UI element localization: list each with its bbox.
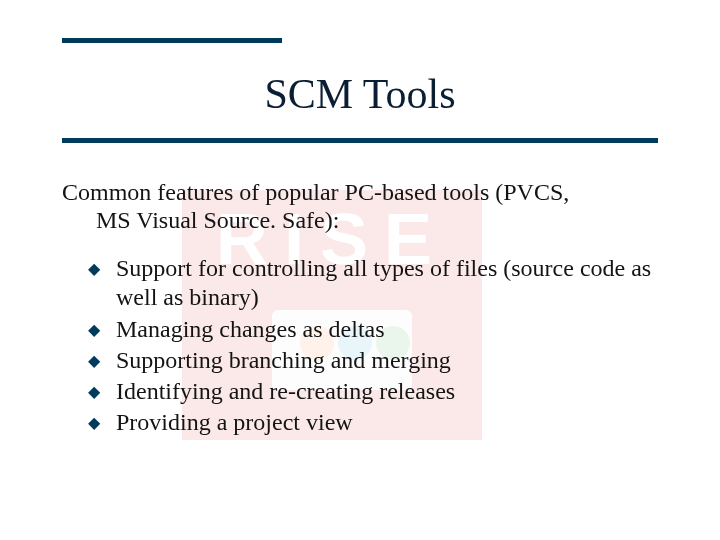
bullet-text: Providing a project view [116,408,658,437]
list-item: ◆ Support for controlling all types of f… [88,254,658,313]
bullet-text: Managing changes as deltas [116,315,658,344]
diamond-bullet-icon: ◆ [88,408,116,433]
list-item: ◆ Identifying and re-creating releases [88,377,658,406]
bullet-text: Supporting branching and merging [116,346,658,375]
diamond-bullet-icon: ◆ [88,346,116,371]
slide-title: SCM Tools [0,70,720,118]
bullet-text: Support for controlling all types of fil… [116,254,658,313]
diamond-bullet-icon: ◆ [88,254,116,279]
top-accent-rule [62,38,282,43]
diamond-bullet-icon: ◆ [88,315,116,340]
intro-paragraph: Common features of popular PC-based tool… [62,178,658,235]
title-underline [62,138,658,143]
intro-line-1: Common features of popular PC-based tool… [62,178,658,206]
diamond-bullet-icon: ◆ [88,377,116,402]
intro-line-2: MS Visual Source. Safe): [62,206,658,234]
list-item: ◆ Managing changes as deltas [88,315,658,344]
bullet-list: ◆ Support for controlling all types of f… [88,254,658,440]
list-item: ◆ Supporting branching and merging [88,346,658,375]
bullet-text: Identifying and re-creating releases [116,377,658,406]
list-item: ◆ Providing a project view [88,408,658,437]
